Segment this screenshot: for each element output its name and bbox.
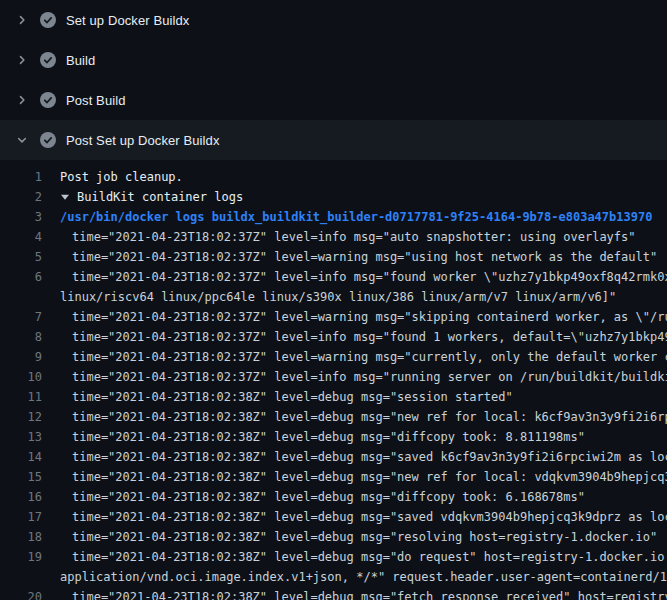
log-text: time="2021-04-23T18:02:37Z" level=info m… (60, 227, 667, 247)
log-line-continuation: application/vnd.oci.image.index.v1+json,… (0, 567, 667, 587)
line-number[interactable]: 15 (0, 467, 42, 487)
line-number[interactable]: 6 (0, 267, 42, 287)
step-title: Post Build (66, 93, 126, 108)
line-number[interactable]: 10 (0, 367, 42, 387)
log-text: time="2021-04-23T18:02:37Z" level=info m… (60, 327, 667, 347)
triangle-down-icon (60, 192, 70, 202)
line-number[interactable]: 11 (0, 387, 42, 407)
log-text: time="2021-04-23T18:02:38Z" level=debug … (60, 507, 667, 527)
log-line: 7time="2021-04-23T18:02:37Z" level=warni… (0, 307, 667, 327)
step-header-build[interactable]: Build (0, 40, 667, 80)
log-text: time="2021-04-23T18:02:38Z" level=debug … (60, 487, 667, 507)
log-line-group: 2BuildKit container logs (0, 187, 667, 207)
line-number[interactable]: 13 (0, 427, 42, 447)
log-text: time="2021-04-23T18:02:38Z" level=debug … (60, 407, 667, 427)
line-number[interactable]: 7 (0, 307, 42, 327)
line-number[interactable]: 1 (0, 167, 42, 187)
line-number[interactable]: 9 (0, 347, 42, 367)
line-number[interactable]: 18 (0, 527, 42, 547)
chevron-right-icon (14, 92, 30, 108)
log-line-command: 3/usr/bin/docker logs buildx_buildkit_bu… (0, 207, 667, 227)
log-viewer: 1Post job cleanup. 2BuildKit container l… (0, 160, 667, 600)
log-line: 6time="2021-04-23T18:02:37Z" level=info … (0, 267, 667, 287)
log-command-text: /usr/bin/docker logs buildx_buildkit_bui… (60, 207, 667, 227)
log-text: linux/riscv64 linux/ppc64le linux/s390x … (60, 287, 667, 307)
log-line: 4time="2021-04-23T18:02:37Z" level=info … (0, 227, 667, 247)
log-line: 20time="2021-04-23T18:02:38Z" level=debu… (0, 587, 667, 600)
step-header-set-up-docker-buildx[interactable]: Set up Docker Buildx (0, 0, 667, 40)
step-title: Post Set up Docker Buildx (66, 133, 220, 148)
log-line: 14time="2021-04-23T18:02:38Z" level=debu… (0, 447, 667, 467)
log-line: 12time="2021-04-23T18:02:38Z" level=debu… (0, 407, 667, 427)
log-line: 10time="2021-04-23T18:02:37Z" level=info… (0, 367, 667, 387)
log-text: time="2021-04-23T18:02:38Z" level=debug … (60, 467, 667, 487)
line-number[interactable]: 5 (0, 247, 42, 267)
step-title: Set up Docker Buildx (66, 13, 189, 28)
line-number[interactable]: 2 (0, 187, 42, 207)
log-text: time="2021-04-23T18:02:38Z" level=debug … (60, 547, 667, 567)
check-circle-icon (40, 12, 56, 28)
log-text: time="2021-04-23T18:02:37Z" level=warnin… (60, 307, 667, 327)
line-number[interactable]: 17 (0, 507, 42, 527)
log-text: time="2021-04-23T18:02:37Z" level=warnin… (60, 347, 667, 367)
log-line: 8time="2021-04-23T18:02:37Z" level=info … (0, 327, 667, 347)
log-group-toggle[interactable]: BuildKit container logs (60, 187, 243, 207)
log-line-continuation: linux/riscv64 linux/ppc64le linux/s390x … (0, 287, 667, 307)
log-line: 17time="2021-04-23T18:02:38Z" level=debu… (0, 507, 667, 527)
line-number[interactable]: 8 (0, 327, 42, 347)
chevron-right-icon (14, 12, 30, 28)
log-text: time="2021-04-23T18:02:38Z" level=debug … (60, 387, 667, 407)
log-line: 18time="2021-04-23T18:02:38Z" level=debu… (0, 527, 667, 547)
log-line: 16time="2021-04-23T18:02:38Z" level=debu… (0, 487, 667, 507)
log-line: 9time="2021-04-23T18:02:37Z" level=warni… (0, 347, 667, 367)
log-text: time="2021-04-23T18:02:37Z" level=warnin… (60, 247, 667, 267)
log-text: time="2021-04-23T18:02:37Z" level=info m… (60, 367, 667, 387)
log-group-label: BuildKit container logs (77, 187, 243, 207)
chevron-down-icon (14, 132, 30, 148)
log-text: application/vnd.oci.image.index.v1+json,… (60, 567, 667, 587)
line-number[interactable]: 3 (0, 207, 42, 227)
log-text: time="2021-04-23T18:02:38Z" level=debug … (60, 587, 667, 600)
step-header-post-set-up-docker-buildx[interactable]: Post Set up Docker Buildx (0, 120, 667, 160)
check-circle-icon (40, 52, 56, 68)
log-text: time="2021-04-23T18:02:38Z" level=debug … (60, 447, 667, 467)
step-title: Build (66, 53, 95, 68)
steps-list: Set up Docker Buildx Build Post Build Po… (0, 0, 667, 160)
chevron-right-icon (14, 52, 30, 68)
line-number[interactable]: 12 (0, 407, 42, 427)
log-text: time="2021-04-23T18:02:37Z" level=info m… (60, 267, 667, 287)
log-line: 11time="2021-04-23T18:02:38Z" level=debu… (0, 387, 667, 407)
step-header-post-build[interactable]: Post Build (0, 80, 667, 120)
log-text: Post job cleanup. (60, 167, 667, 187)
log-line: 13time="2021-04-23T18:02:38Z" level=debu… (0, 427, 667, 447)
line-number[interactable]: 4 (0, 227, 42, 247)
log-line: 19time="2021-04-23T18:02:38Z" level=debu… (0, 547, 667, 567)
log-text: time="2021-04-23T18:02:38Z" level=debug … (60, 527, 667, 547)
check-circle-icon (40, 132, 56, 148)
log-line: 15time="2021-04-23T18:02:38Z" level=debu… (0, 467, 667, 487)
line-number[interactable]: 20 (0, 587, 42, 600)
log-line: 1Post job cleanup. (0, 167, 667, 187)
log-line: 5time="2021-04-23T18:02:37Z" level=warni… (0, 247, 667, 267)
line-number[interactable]: 16 (0, 487, 42, 507)
line-number[interactable]: 19 (0, 547, 42, 567)
check-circle-icon (40, 92, 56, 108)
log-text: time="2021-04-23T18:02:38Z" level=debug … (60, 427, 667, 447)
line-number[interactable]: 14 (0, 447, 42, 467)
